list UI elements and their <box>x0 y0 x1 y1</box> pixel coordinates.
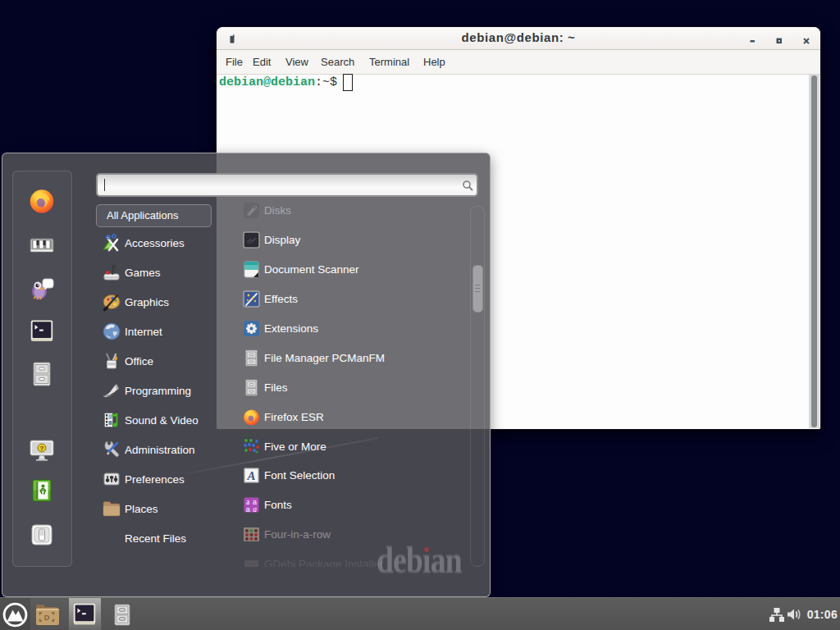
svg-text:A: A <box>246 468 255 482</box>
svg-text:D: D <box>44 614 50 622</box>
svg-text:?: ? <box>40 445 44 452</box>
svg-text:a: a <box>246 505 250 514</box>
svg-text:a: a <box>253 505 257 514</box>
